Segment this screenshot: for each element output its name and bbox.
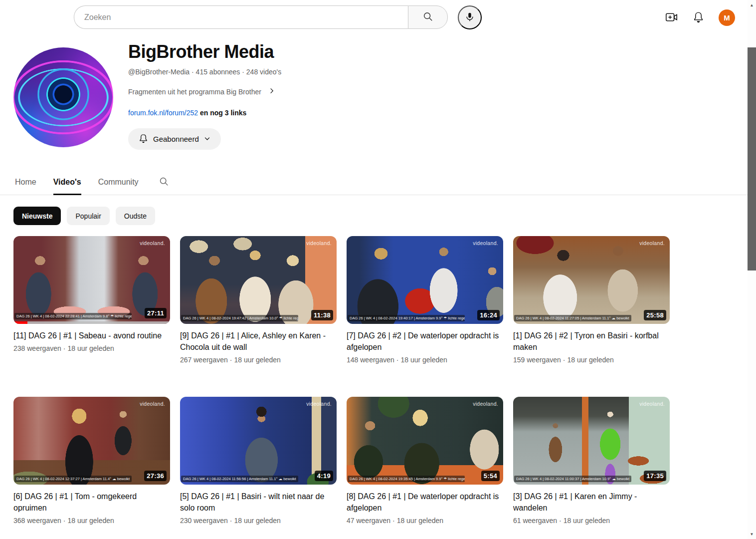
video-title[interactable]: [7] DAG 26 | #2 | De waterloper opdracht…	[347, 330, 503, 353]
video-title[interactable]: [9] DAG 26 | #1 | Alice, Ashley en Karen…	[180, 330, 337, 353]
video-thumbnail[interactable]: videoland. DAG 26 | WK 4 | 08-02-2024 19…	[347, 397, 503, 485]
scrollbar[interactable]: ▲ ▼	[748, 0, 756, 539]
video-age: 18 uur geleden	[400, 356, 447, 364]
video-card[interactable]: videoland. DAG 26 | WK 4 | 08-02-2024 12…	[13, 397, 170, 539]
video-age: 18 uur geleden	[564, 517, 610, 525]
profile-avatar[interactable]: M	[719, 9, 735, 26]
video-title[interactable]: [11] DAG 26 | #1 | Sabeau - avond routin…	[13, 330, 170, 341]
voice-search-button[interactable]	[458, 5, 482, 29]
tab-videos[interactable]: Video's	[53, 169, 81, 195]
channel-name: BigBrother Media	[128, 41, 281, 63]
watch-progress-bar	[13, 321, 170, 324]
more-links-label[interactable]: en nog 3 links	[200, 109, 246, 117]
microphone-icon	[464, 11, 475, 24]
thumbnail-ticker: DAG 26 | WK 4 | 08-02-2024 22:28:41 | Am…	[14, 313, 132, 319]
video-title[interactable]: [8] DAG 26 | #1 | De waterloper opdracht…	[347, 491, 503, 514]
bell-icon	[138, 133, 149, 145]
subscribed-button[interactable]: Geabonneerd	[128, 128, 221, 150]
bell-icon	[692, 11, 705, 25]
video-meta: 159 weergaven·18 uur geleden	[513, 356, 670, 364]
scrollbar-down-arrow[interactable]: ▼	[748, 530, 756, 538]
duration-badge: 11:38	[311, 310, 333, 320]
video-meta: 61 weergaven·18 uur geleden	[513, 517, 670, 525]
video-meta: 238 weergaven·18 uur geleden	[13, 344, 170, 352]
video-thumbnail[interactable]: videoland. DAG 26 | WK 4 | 08-02-2024 19…	[180, 236, 337, 324]
video-title[interactable]: [6] DAG 26 | #1 | Tom - omgekeerd opruim…	[13, 491, 170, 514]
channel-description: Fragmenten uit het programma Big Brother	[128, 88, 261, 96]
video-thumbnail[interactable]: videoland. DAG 26 | WK 4 | 08-02-2024 19…	[347, 236, 503, 324]
channel-video-count: 248 video's	[246, 68, 281, 76]
search-input[interactable]	[74, 5, 408, 29]
video-age: 18 uur geleden	[397, 517, 443, 525]
watch-progress-fill	[13, 321, 27, 324]
video-meta: 368 weergaven·18 uur geleden	[13, 517, 170, 525]
videoland-watermark: videoland.	[473, 240, 498, 246]
video-age: 18 uur geleden	[567, 356, 613, 364]
video-title[interactable]: [1] DAG 26 | #2 | Tyron en Basiri - korf…	[513, 330, 670, 353]
chip-popular[interactable]: Populair	[67, 207, 109, 225]
video-card[interactable]: videoland. DAG 26 | WK 4 | 08-02-2024 11…	[513, 397, 670, 539]
channel-avatar-big-brother-eye[interactable]	[13, 47, 113, 147]
videoland-watermark: videoland.	[140, 240, 165, 246]
video-thumbnail[interactable]: videoland. DAG 26 | WK 4 | 08-02-2024 11…	[513, 236, 670, 324]
tab-home[interactable]: Home	[15, 169, 36, 195]
video-age: 18 uur geleden	[67, 344, 114, 352]
thumbnail-ticker: DAG 26 | WK 4 | 08-02-2024 11:27:05 | Am…	[514, 315, 631, 321]
top-right-actions: M	[665, 9, 735, 26]
chip-oldest[interactable]: Oudste	[116, 207, 155, 225]
video-meta: 267 weergaven·18 uur geleden	[180, 356, 337, 364]
duration-badge: 27:36	[144, 471, 167, 481]
channel-link[interactable]: forum.fok.nl/forum/252	[128, 109, 198, 117]
video-views: 230 weergaven	[180, 517, 228, 525]
chip-newest[interactable]: Nieuwste	[13, 207, 61, 225]
videoland-watermark: videoland.	[473, 401, 498, 407]
scrollbar-up-arrow[interactable]: ▲	[748, 1, 756, 9]
video-title[interactable]: [3] DAG 26 | #1 | Karen en Jimmy - wande…	[513, 491, 670, 514]
channel-description-row[interactable]: Fragmenten uit het programma Big Brother	[128, 87, 281, 96]
create-video-icon	[665, 10, 678, 25]
tab-community[interactable]: Community	[98, 169, 139, 195]
duration-badge: 4:19	[315, 471, 333, 481]
create-video-button[interactable]	[665, 10, 678, 25]
video-meta: 230 weergaven·18 uur geleden	[180, 517, 337, 525]
video-thumbnail[interactable]: videoland. DAG 26 | WK 4 | 08-02-2024 12…	[13, 397, 170, 485]
channel-info: BigBrother Media @BigBrother-Media · 415…	[128, 41, 281, 150]
video-thumbnail[interactable]: videoland. DAG 26 | WK 4 | 08-02-2024 11…	[180, 397, 337, 485]
channel-search-button[interactable]	[159, 176, 169, 188]
thumbnail-ticker: DAG 26 | WK 4 | 08-02-2024 19:40:17 | Am…	[348, 315, 465, 321]
chevron-down-icon	[203, 135, 211, 144]
top-bar: M	[0, 0, 756, 36]
chevron-right-icon	[268, 87, 275, 96]
video-thumbnail[interactable]: videoland. DAG 26 | WK 4 | 08-02-2024 22…	[13, 236, 170, 324]
search-bar	[74, 5, 448, 29]
search-icon	[422, 11, 433, 23]
sort-chips: Nieuwste Populair Oudste	[13, 207, 155, 225]
videoland-watermark: videoland.	[306, 401, 332, 407]
video-age: 18 uur geleden	[234, 356, 280, 364]
video-card[interactable]: videoland. DAG 26 | WK 4 | 08-02-2024 19…	[347, 397, 503, 539]
video-views: 159 weergaven	[513, 356, 561, 364]
search-icon	[159, 176, 169, 188]
video-views: 148 weergaven	[347, 356, 394, 364]
video-card[interactable]: videoland. DAG 26 | WK 4 | 08-02-2024 19…	[180, 236, 337, 385]
videoland-watermark: videoland.	[306, 240, 332, 246]
video-card[interactable]: videoland. DAG 26 | WK 4 | 08-02-2024 19…	[347, 236, 503, 385]
duration-badge: 5:54	[481, 471, 500, 481]
search-button[interactable]	[408, 5, 448, 29]
video-age: 18 uur geleden	[234, 517, 280, 525]
video-thumbnail[interactable]: videoland. DAG 26 | WK 4 | 08-02-2024 11…	[513, 397, 670, 485]
channel-subscribers: 415 abonnees	[196, 68, 240, 76]
video-meta: 148 weergaven·18 uur geleden	[347, 356, 503, 364]
duration-badge: 17:35	[644, 471, 666, 481]
video-meta: 47 weergaven·18 uur geleden	[347, 517, 503, 525]
video-title[interactable]: [5] DAG 26 | #1 | Basiri - wilt niet naa…	[180, 491, 337, 514]
scrollbar-thumb[interactable]	[748, 47, 756, 270]
video-card[interactable]: videoland. DAG 26 | WK 4 | 08-02-2024 11…	[180, 397, 337, 539]
subscribed-label: Geabonneerd	[153, 135, 199, 143]
video-views: 267 weergaven	[180, 356, 228, 364]
video-grid: videoland. DAG 26 | WK 4 | 08-02-2024 22…	[13, 236, 670, 539]
thumbnail-ticker: DAG 26 | WK 4 | 08-02-2024 11:56:56 | Am…	[181, 476, 298, 482]
video-card[interactable]: videoland. DAG 26 | WK 4 | 08-02-2024 22…	[13, 236, 170, 385]
video-card[interactable]: videoland. DAG 26 | WK 4 | 08-02-2024 11…	[513, 236, 670, 385]
notifications-button[interactable]	[692, 11, 705, 25]
